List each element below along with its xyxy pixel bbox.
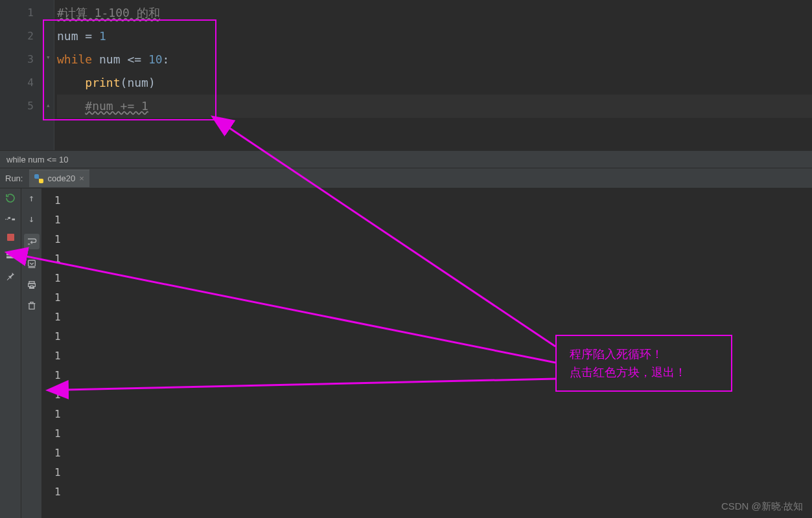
console-line: 1 [54, 463, 812, 482]
fold-gutter: ▾ ▴ [45, 0, 54, 150]
line-number-gutter: 1 2 3 4 5 [0, 0, 45, 150]
console-line: 1 [54, 288, 812, 308]
console-line: 1 [54, 444, 812, 463]
scroll-to-end-icon[interactable] [26, 258, 38, 270]
console-line: 1 [54, 308, 812, 327]
code-line[interactable]: #计算 1-100 的和 [57, 1, 812, 25]
line-number: 4 [0, 71, 34, 95]
console-line: 1 [54, 230, 812, 249]
wrench-icon[interactable] [5, 213, 16, 225]
up-arrow-icon[interactable]: ↑ [26, 192, 38, 204]
annotation-callout: 程序陷入死循环！ 点击红色方块，退出！ [555, 335, 732, 392]
close-icon[interactable]: × [79, 174, 84, 183]
down-arrow-icon[interactable]: ↓ [26, 213, 38, 225]
run-tab[interactable]: code20 × [29, 170, 89, 187]
breadcrumb[interactable]: while num <= 10 [0, 150, 812, 168]
trash-icon[interactable] [26, 300, 38, 311]
svg-rect-4 [28, 260, 35, 266]
run-label: Run: [5, 174, 23, 183]
pin-icon[interactable] [5, 271, 16, 282]
soft-wrap-icon[interactable] [24, 234, 40, 249]
layout-icon[interactable] [5, 250, 16, 262]
console-line: 1 [54, 191, 812, 210]
svg-rect-1 [11, 253, 14, 255]
annotation-line1: 程序陷入死循环！ [570, 345, 718, 363]
run-tool-header: Run: code20 × [0, 168, 812, 188]
print-icon[interactable] [26, 279, 38, 291]
python-file-icon [34, 174, 43, 183]
code-line[interactable]: #num += 1 [57, 95, 812, 118]
annotation-line2: 点击红色方块，退出！ [570, 363, 718, 381]
console-line: 1 [54, 249, 812, 269]
console-line: 1 [54, 482, 812, 502]
stop-button[interactable] [7, 234, 14, 241]
run-tab-name: code20 [47, 174, 75, 183]
console-line: 1 [54, 269, 812, 288]
svg-rect-2 [6, 256, 14, 258]
code-area[interactable]: #计算 1-100 的和num = 1while num <= 10: prin… [54, 0, 812, 150]
console-line: 1 [54, 210, 812, 230]
fold-end-icon[interactable]: ▴ [46, 101, 52, 107]
line-number: 3 [0, 48, 34, 71]
console-line: 1 [54, 405, 812, 424]
svg-rect-0 [6, 253, 10, 255]
code-line[interactable]: while num <= 10: [57, 48, 812, 71]
fold-toggle-icon[interactable]: ▾ [46, 53, 52, 60]
line-number: 1 [0, 1, 34, 25]
watermark: CSDN @新晓·故知 [721, 501, 803, 513]
code-line[interactable]: num = 1 [57, 25, 812, 48]
line-number: 5 [0, 95, 34, 118]
line-number: 2 [0, 25, 34, 48]
run-toolbar-left [0, 188, 21, 518]
rerun-icon[interactable] [5, 192, 16, 204]
console-line: 1 [54, 424, 812, 444]
run-toolbar-right: ↑ ↓ [21, 188, 41, 518]
code-line[interactable]: print(num) [57, 71, 812, 95]
editor-pane: 1 2 3 4 5 ▾ ▴ #计算 1-100 的和num = 1while n… [0, 0, 812, 150]
